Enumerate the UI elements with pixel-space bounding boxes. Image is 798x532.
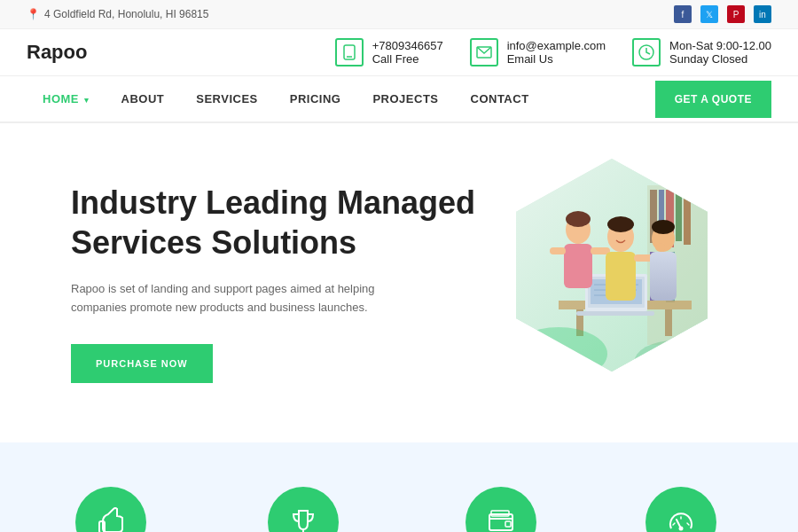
phone-icon [335, 38, 364, 66]
hours-text: Mon-Sat 9:00-12.00 Sunday Closed [669, 39, 771, 66]
nav-link-services[interactable]: SERVICES [180, 76, 274, 121]
email-text: info@example.com Email Us [507, 39, 606, 66]
pinterest-icon[interactable]: P [727, 5, 745, 23]
svg-point-35 [655, 243, 666, 252]
svg-rect-10 [684, 190, 691, 245]
phone-svg [342, 44, 356, 60]
svg-rect-16 [665, 309, 672, 336]
svg-rect-26 [564, 244, 592, 288]
linkedin-icon[interactable]: in [754, 5, 771, 23]
address-area: 📍 4 Goldfield Rd, Honolulu, HI 96815 [27, 8, 208, 20]
trophy-icon-circle [268, 487, 339, 532]
twitter-icon[interactable]: 𝕏 [700, 5, 718, 23]
social-links: f 𝕏 P in [674, 5, 771, 23]
phone-sublabel: Call Free [372, 52, 443, 66]
feature-item-compare: Compare the best [448, 487, 552, 532]
svg-rect-36 [650, 252, 677, 301]
email-contact: info@example.com Email Us [470, 38, 606, 66]
speedometer-svg [664, 505, 698, 532]
thumbsup-icon-circle [75, 487, 146, 532]
top-bar: 📍 4 Goldfield Rd, Honolulu, HI 96815 f 𝕏… [0, 0, 798, 29]
svg-point-30 [607, 216, 634, 232]
svg-point-34 [652, 220, 675, 234]
people-svg [505, 159, 718, 372]
phone-text: +7809346657 Call Free [372, 39, 443, 66]
hero-image [505, 159, 718, 372]
thumbsup-svg [94, 505, 128, 532]
nav-item-home[interactable]: HOME ▾ [27, 76, 106, 121]
svg-rect-9 [676, 190, 682, 241]
nav-link-home[interactable]: HOME ▾ [27, 76, 106, 121]
nav-link-about[interactable]: ABOUT [106, 76, 181, 121]
hours-contact: Mon-Sat 9:00-12.00 Sunday Closed [632, 38, 771, 66]
nav-item-pricing[interactable]: PRICING [274, 76, 357, 121]
phone-number: +7809346657 [372, 39, 443, 52]
header-contacts: +7809346657 Call Free info@example.com E… [335, 38, 771, 66]
hero-section: Industry Leading Managed Services Soluti… [0, 123, 798, 442]
header: Rapoo +7809346657 Call Free [0, 29, 798, 76]
nav-link-pricing[interactable]: PRICING [274, 76, 357, 121]
location-icon: 📍 [27, 8, 40, 20]
nav-item-projects[interactable]: PROJECTS [356, 76, 454, 121]
hero-hexagon [505, 159, 718, 372]
svg-line-47 [673, 523, 675, 525]
purchase-button[interactable]: PURCHASE NOW [71, 344, 213, 383]
feature-item-premium: Premium Services [627, 487, 734, 532]
hours-sublabel: Sunday Closed [669, 52, 771, 66]
svg-line-48 [687, 523, 689, 525]
feature-item-excellence: Recognised for excellence [232, 487, 374, 532]
features-section: The right advice Recognised for excellen… [0, 442, 798, 532]
wallet-icon-circle [466, 487, 536, 532]
nav-item-contact[interactable]: CONTACT [455, 76, 545, 121]
hours-value: Mon-Sat 9:00-12.00 [669, 39, 771, 52]
nav-link-contact[interactable]: CONTACT [455, 76, 545, 121]
svg-point-25 [566, 211, 591, 227]
email-sublabel: Email Us [507, 52, 606, 66]
email-icon [470, 38, 498, 66]
clock-svg [638, 44, 654, 60]
hero-title: Industry Leading Managed Services Soluti… [71, 183, 497, 262]
nav-item-about[interactable]: ABOUT [106, 76, 181, 121]
email-svg [476, 46, 492, 59]
dropdown-arrow: ▾ [82, 96, 90, 105]
hero-image-wrapper [505, 159, 736, 389]
svg-rect-31 [606, 252, 636, 301]
nav-link-projects[interactable]: PROJECTS [356, 76, 454, 121]
clock-icon [632, 38, 661, 66]
hero-text: Industry Leading Managed Services Soluti… [71, 183, 497, 383]
svg-rect-43 [505, 521, 511, 527]
get-quote-button[interactable]: GET A QUOTE [655, 81, 771, 118]
logo[interactable]: Rapoo [27, 41, 87, 64]
svg-rect-19 [576, 311, 654, 316]
nav-links: HOME ▾ ABOUT SERVICES PRICING PROJECTS C [27, 76, 545, 121]
hero-description: Rapoo is set of landing and support page… [71, 280, 426, 317]
email-address: info@example.com [507, 39, 606, 52]
address-text: 4 Goldfield Rd, Honolulu, HI 96815 [44, 8, 208, 20]
wallet-svg [484, 505, 518, 532]
speedometer-icon-circle [645, 487, 716, 532]
nav-item-services[interactable]: SERVICES [180, 76, 274, 121]
trophy-svg [286, 505, 320, 532]
facebook-icon[interactable]: f [674, 5, 692, 23]
feature-item-advice: The right advice [64, 487, 159, 532]
svg-rect-28 [591, 247, 610, 254]
svg-rect-27 [550, 247, 566, 254]
svg-point-46 [678, 527, 683, 531]
nav-bar: HOME ▾ ABOUT SERVICES PRICING PROJECTS C [0, 76, 798, 123]
phone-contact: +7809346657 Call Free [335, 38, 443, 66]
